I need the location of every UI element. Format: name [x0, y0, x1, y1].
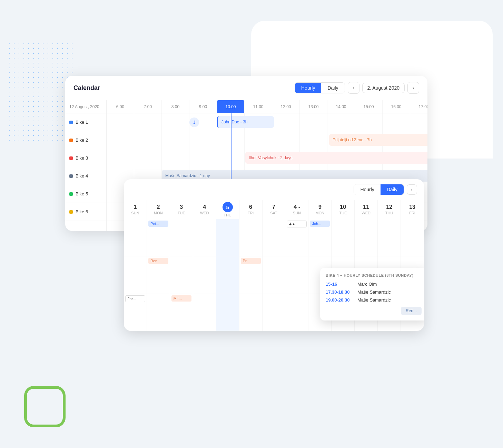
day-cell-2-1	[124, 256, 147, 293]
bike2-dot	[69, 139, 73, 142]
day-num-9: 9	[318, 204, 322, 210]
day-cell-2-2: Ren...	[147, 256, 170, 293]
day-label-7: SAT	[270, 211, 277, 215]
day-cell-1-8: 4 ●	[285, 219, 308, 256]
resource-bike3: Bike 3	[65, 149, 106, 167]
day-label-11: WED	[362, 211, 371, 215]
resource-column: 12 August, 2020 Bike 1 Bike 2 Bike 3 Bik…	[65, 100, 107, 231]
resource-bike6: Bike 6	[65, 203, 106, 221]
next-nav-btn[interactable]: ›	[407, 82, 419, 94]
event-mir[interactable]: Mir...	[171, 295, 191, 302]
day-col-7: 7 SAT	[263, 200, 286, 219]
day-label-5: THU	[224, 213, 231, 217]
bike6-label: Bike 6	[76, 209, 88, 214]
day-label-3: TUE	[178, 211, 185, 215]
day-label-12: THU	[385, 211, 393, 215]
day-cell-2-5	[216, 256, 239, 293]
day-cell-3-13: BIKE 4 – HOURLY SCHEDULE (8TH SUNDAY) 15…	[401, 294, 424, 331]
day-cell-1-1	[124, 219, 147, 256]
popup-time-2: 17.30-18.30	[326, 289, 353, 295]
event-pet[interactable]: Pet...	[148, 221, 168, 227]
bike4-label: Bike 4	[76, 173, 88, 179]
day-num-13: 13	[409, 204, 415, 210]
day-col-13: 13 FRI	[401, 200, 424, 219]
bike5-dot	[69, 192, 73, 196]
day-col-9: 9 MON	[308, 200, 332, 219]
popup-time-1: 15-16	[326, 282, 353, 287]
day-col-5: 5 THU	[216, 200, 239, 219]
event-4-dot[interactable]: 4 ●	[287, 221, 307, 227]
popup-title: BIKE 4 – HOURLY SCHEDULE (8TH SUNDAY)	[326, 273, 422, 277]
day-col-2: 2 MON	[147, 200, 170, 219]
day-cell-2-7	[263, 256, 286, 293]
bike6-dot	[69, 210, 73, 214]
popup-time-3: 19.00-20.30	[326, 297, 353, 303]
popup-name-3: Maše Samardzic	[357, 297, 391, 303]
time-800: 8:00	[162, 100, 189, 113]
event-j-badge[interactable]: J	[189, 118, 199, 127]
day-num-7: 7	[272, 204, 275, 210]
resource-bike2: Bike 2	[65, 131, 106, 149]
cal2-header: Hourly Daily ›	[124, 179, 424, 200]
day-content-row-3: Jar... Mir...	[124, 294, 424, 331]
event-ilhor[interactable]: Ilhor Vasylchuk - 2 days	[245, 152, 427, 164]
bike3-dot	[69, 156, 73, 160]
cal2-nav-right[interactable]: ›	[407, 184, 417, 195]
day-label-8: SUN	[293, 211, 301, 215]
time-1300: 13:00	[300, 100, 327, 113]
day-cell-2-6: Pri...	[239, 256, 263, 293]
timeline-row-bike1: J John Doe - 3h	[107, 113, 427, 131]
scene: Calendar Hourly Daily ‹ 2. August 2020 ›…	[45, 34, 458, 414]
day-cell-2-8	[285, 256, 308, 293]
cal2-hourly-btn[interactable]: Hourly	[354, 184, 380, 195]
event-jar[interactable]: Jar...	[125, 295, 145, 302]
prev-nav-btn[interactable]: ‹	[348, 82, 359, 94]
day-cell-2-4	[193, 256, 216, 293]
resource-bike5: Bike 5	[65, 185, 106, 203]
popup-tooltip: BIKE 4 – HOURLY SCHEDULE (8TH SUNDAY) 15…	[320, 268, 424, 320]
bike5-label: Bike 5	[76, 191, 88, 196]
event-pri[interactable]: Pri...	[241, 258, 261, 264]
day-cell-1-9: Joh...	[308, 219, 332, 256]
event-john-doe[interactable]: John Doe - 3h	[217, 116, 274, 128]
day-header-row: 1 SUN 2 MON 3 TUE 4 WED	[124, 200, 424, 219]
time-900: 9:00	[189, 100, 217, 113]
bike4-dot	[69, 174, 73, 178]
day-cell-3-2	[147, 294, 170, 331]
day-num-3: 3	[180, 204, 183, 210]
resource-bike4: Bike 4	[65, 167, 106, 185]
day-label-4: WED	[200, 211, 209, 215]
day-num-12: 12	[386, 204, 392, 210]
event-ren[interactable]: Ren...	[148, 258, 168, 264]
time-header: 6:00 7:00 8:00 9:00 10:00 11:00 12:00 13…	[107, 100, 427, 113]
daily-toggle-btn[interactable]: Daily	[321, 83, 344, 93]
day-label-1: SUN	[131, 211, 139, 215]
view-toggle-group: Hourly Daily	[295, 82, 345, 93]
timeline-row-bike2: Prijatelji od Zene - 7h	[107, 131, 427, 149]
day-num-2: 2	[157, 204, 160, 210]
event-prijatelji[interactable]: Prijatelji od Zene - 7h	[329, 134, 427, 146]
popup-name-1: Marc Olm	[357, 282, 377, 287]
hourly-toggle-btn[interactable]: Hourly	[295, 83, 321, 93]
day-num-10: 10	[340, 204, 346, 210]
day-num-4: 4	[203, 204, 206, 210]
time-1400: 14:00	[327, 100, 355, 113]
day-col-3: 3 TUE	[170, 200, 193, 219]
day-cell-1-13	[401, 219, 424, 256]
day-cell-3-6	[239, 294, 263, 331]
day-cell-1-3	[170, 219, 193, 256]
time-600: 6:00	[107, 100, 134, 113]
popup-ren-btn[interactable]: Ren...	[401, 307, 422, 315]
day-cell-2-3	[170, 256, 193, 293]
day-num-1: 1	[134, 204, 137, 210]
cal2-daily-btn[interactable]: Daily	[381, 184, 404, 195]
resource-bike1: Bike 1	[65, 113, 106, 131]
day-col-8: 4 ● SUN	[285, 200, 308, 219]
day-cell-1-4	[193, 219, 216, 256]
day-cell-3-1: Jar...	[124, 294, 147, 331]
popup-row-3: 19.00-20.30 Maše Samardzic	[326, 297, 422, 303]
calendar-title: Calendar	[73, 84, 100, 92]
time-1700: 17:00	[410, 100, 427, 113]
day-col-12: 12 THU	[378, 200, 401, 219]
event-joh[interactable]: Joh...	[310, 221, 330, 227]
